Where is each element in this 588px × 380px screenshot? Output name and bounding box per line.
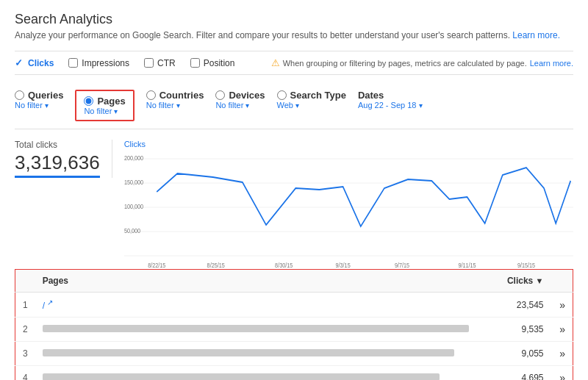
position-checkbox[interactable]	[190, 58, 200, 68]
search-type-radio[interactable]	[277, 90, 287, 100]
svg-text:50,000: 50,000	[124, 227, 141, 234]
page-cell	[35, 318, 498, 342]
svg-text:150,000: 150,000	[124, 179, 144, 186]
pages-radio[interactable]	[84, 96, 93, 106]
col-num	[15, 270, 35, 293]
ctr-checkbox[interactable]	[144, 58, 154, 68]
metric-clicks[interactable]: ✓ Clicks	[15, 57, 54, 68]
filter-dates[interactable]: Dates Aug 22 - Sep 18 ▾	[358, 90, 423, 110]
filter-search-type[interactable]: Search Type Web ▾	[277, 90, 346, 110]
filter-devices[interactable]: Devices No filter ▾	[215, 90, 265, 110]
table-row: 2 9,535 »	[15, 318, 573, 342]
table-row: 1 / ↗ 23,545 »	[15, 293, 573, 318]
row-number: 1	[15, 293, 35, 318]
row-number: 3	[15, 342, 35, 366]
filter-queries[interactable]: Queries No filter ▾	[15, 90, 63, 110]
svg-text:8/30/15: 8/30/15	[275, 262, 293, 269]
clicks-value: 23,545	[498, 293, 551, 318]
svg-text:9/11/15: 9/11/15	[458, 262, 476, 269]
col-arrow	[551, 270, 573, 293]
external-link-icon: ↗	[47, 298, 53, 306]
clicks-value: 4,695	[498, 366, 551, 381]
metric-ctr[interactable]: CTR	[144, 58, 176, 68]
checkmark-icon: ✓	[15, 57, 23, 68]
chart-svg: 200,000 150,000 100,000 50,000 8/22/15 8…	[124, 151, 573, 269]
row-arrow[interactable]: »	[551, 366, 573, 381]
impressions-checkbox[interactable]	[68, 58, 78, 68]
page-cell	[35, 366, 498, 381]
table-row: 4 4,695 »	[15, 366, 573, 381]
metric-impressions[interactable]: Impressions	[68, 58, 129, 68]
countries-radio[interactable]	[146, 90, 156, 100]
devices-radio[interactable]	[215, 90, 225, 100]
row-arrow[interactable]: »	[551, 318, 573, 342]
chart-label: Clicks	[124, 140, 573, 148]
table-row: 3 9,055 »	[15, 342, 573, 366]
svg-text:8/22/15: 8/22/15	[148, 262, 166, 269]
col-clicks[interactable]: Clicks ▼	[498, 270, 551, 293]
warning-icon: ⚠	[271, 57, 280, 68]
warning-note: ⚠ When grouping or filtering by pages, m…	[271, 57, 573, 68]
clicks-value: 9,055	[498, 342, 551, 366]
page-cell	[35, 342, 498, 366]
svg-text:9/3/15: 9/3/15	[335, 262, 351, 269]
svg-text:8/25/15: 8/25/15	[207, 262, 225, 269]
filter-row: Queries No filter ▾ Pages No filter ▾ Co…	[15, 82, 573, 129]
data-table: Pages Clicks ▼ 1 / ↗ 23,545 » 2 9	[15, 269, 573, 380]
row-arrow[interactable]: »	[551, 342, 573, 366]
sort-arrow: ▼	[536, 276, 544, 285]
metrics-row: ✓ Clicks Impressions CTR Position ⚠ When…	[15, 51, 573, 75]
chart-container: 200,000 150,000 100,000 50,000 8/22/15 8…	[124, 151, 573, 269]
page-title: Search Analytics	[15, 12, 573, 27]
row-number: 4	[15, 366, 35, 381]
warning-learn-more-link[interactable]: Learn more.	[530, 59, 573, 68]
queries-radio[interactable]	[15, 90, 24, 100]
row-arrow[interactable]: »	[551, 293, 573, 318]
svg-text:9/7/15: 9/7/15	[395, 262, 410, 269]
page-link[interactable]: / ↗	[43, 301, 54, 311]
clicks-value: 9,535	[498, 318, 551, 342]
page-cell: / ↗	[35, 293, 498, 318]
page-wrapper: Search Analytics Analyze your performanc…	[0, 0, 588, 380]
col-pages[interactable]: Pages	[35, 270, 498, 293]
filter-countries[interactable]: Countries No filter ▾	[146, 90, 204, 110]
total-clicks-value: 3,319,636	[15, 151, 100, 178]
total-clicks-label: Total clicks	[15, 140, 100, 150]
svg-text:9/15/15: 9/15/15	[517, 262, 536, 269]
row-number: 2	[15, 318, 35, 342]
filter-pages[interactable]: Pages No filter ▾	[75, 90, 134, 121]
metric-position[interactable]: Position	[190, 58, 235, 68]
subtitle-learn-more-link[interactable]: Learn more.	[512, 30, 560, 40]
page-subtitle: Analyze your performance on Google Searc…	[15, 30, 573, 40]
svg-text:100,000: 100,000	[124, 203, 144, 210]
svg-text:200,000: 200,000	[124, 154, 144, 162]
